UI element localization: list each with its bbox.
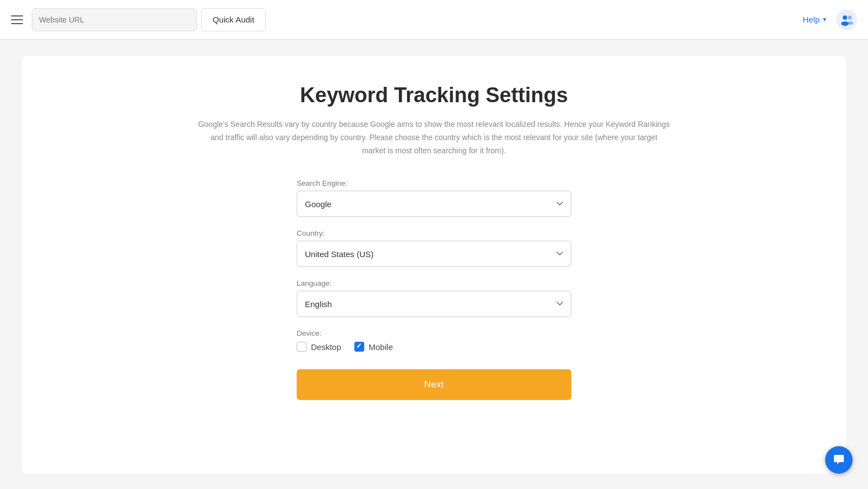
country-select[interactable]: United States (US) United Kingdom (UK) C… [297, 241, 571, 267]
search-engine-label: Search Engine: [297, 179, 571, 187]
quick-audit-button[interactable]: Quick Audit [201, 8, 266, 31]
settings-card: Keyword Tracking Settings Google's Searc… [22, 56, 846, 474]
language-label: Language: [297, 279, 571, 287]
mobile-checkbox-item[interactable]: Mobile [354, 342, 393, 352]
country-group: Country: United States (US) United Kingd… [297, 229, 571, 267]
svg-point-2 [848, 15, 852, 19]
device-label: Device: [297, 329, 571, 337]
mobile-checkbox[interactable] [354, 342, 364, 352]
website-url-input[interactable] [32, 8, 197, 31]
language-group: Language: English Spanish French German [297, 279, 571, 317]
page-description: Google's Search Results vary by country … [198, 118, 670, 157]
search-engine-select[interactable]: Google Bing Yahoo [297, 191, 571, 217]
desktop-label: Desktop [311, 342, 341, 352]
svg-point-0 [843, 15, 847, 20]
checkbox-row: Desktop Mobile [297, 342, 571, 352]
svg-point-3 [848, 21, 853, 25]
mobile-label: Mobile [369, 342, 393, 352]
next-button[interactable]: Next [297, 369, 571, 400]
language-select[interactable]: English Spanish French German [297, 291, 571, 317]
device-group: Device: Desktop Mobile [297, 329, 571, 352]
hamburger-menu[interactable] [11, 15, 23, 24]
form-container: Search Engine: Google Bing Yahoo Country… [297, 179, 571, 400]
user-avatar[interactable] [836, 9, 857, 30]
desktop-checkbox-item[interactable]: Desktop [297, 342, 341, 352]
search-engine-group: Search Engine: Google Bing Yahoo [297, 179, 571, 217]
desktop-checkbox[interactable] [297, 342, 307, 352]
country-label: Country: [297, 229, 571, 237]
chat-button[interactable] [825, 446, 853, 474]
svg-point-1 [841, 21, 849, 26]
header: Quick Audit Help [0, 0, 868, 40]
main-content: Keyword Tracking Settings Google's Searc… [0, 40, 868, 489]
header-right: Help [803, 9, 857, 30]
page-title: Keyword Tracking Settings [300, 84, 568, 107]
help-button[interactable]: Help [803, 15, 827, 24]
